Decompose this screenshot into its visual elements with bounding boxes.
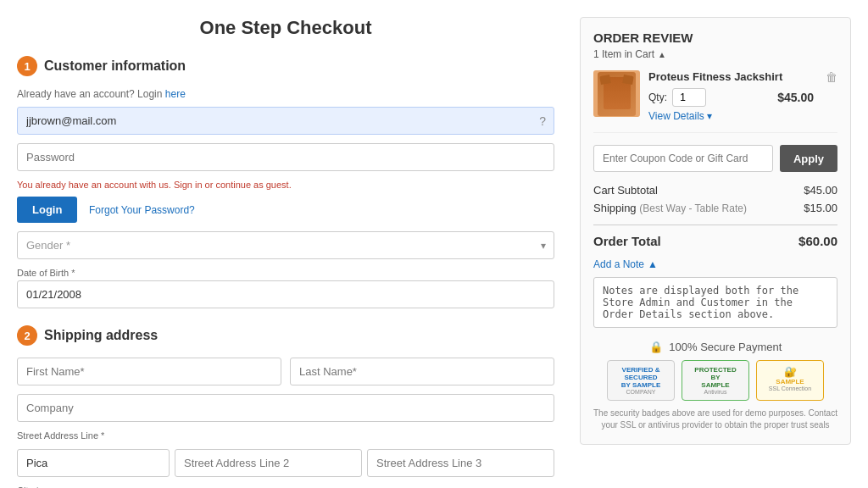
product-thumbnail [593,70,640,117]
badge-ssl: 🔐 SAMPLE SSL Connection [756,360,824,401]
street-address-line3-input[interactable] [367,449,554,477]
company-input[interactable] [17,394,554,422]
company-row [17,394,554,422]
shipping-row: Shipping (Best Way - Table Rate) $15.00 [593,202,837,214]
cart-subtotal-label: Cart Subtotal [593,184,658,197]
customer-section-title: Customer information [44,58,186,74]
order-total-row: Order Total $60.00 [593,225,837,248]
cart-count-chevron-icon: ▲ [658,50,666,59]
section-header-shipping: 2 Shipping address [17,325,554,346]
section-header-customer: 1 Customer information [17,56,554,76]
note-textarea[interactable]: Notes are displayed both for the Store A… [593,277,837,328]
order-review-sidebar: ORDER REVIEW 1 Item in Cart ▲ Proteus Fi… [580,17,851,488]
login-button[interactable]: Login [17,197,77,223]
last-name-input[interactable] [290,358,554,385]
forgot-password-link[interactable]: Forgot Your Password? [89,204,195,216]
order-total-value: $60.00 [798,234,837,248]
email-wrapper: ? [17,107,554,135]
step-1-circle: 1 [17,56,37,76]
account-message: You already have an account with us. Sig… [17,180,554,190]
badge-verified: VERIFIED & SECURED BY SAMPLE COMPANY [607,360,675,401]
badge-protected: PROTECTED BY SAMPLE Antivirus [682,360,749,401]
password-row [17,143,554,171]
login-hint: Already have an account? Login here [17,88,554,100]
address-line-row [17,449,554,477]
delete-item-icon[interactable]: 🗑 [826,70,837,84]
qty-row: Qty: $45.00 [648,88,814,107]
ssl-lock-icon: 🔐 [765,366,815,378]
gender-select[interactable]: Gender * Male Female [17,231,554,259]
shipping-label: Shipping (Best Way - Table Rate) [593,202,747,214]
page-title: One Step Checkout [17,17,554,39]
item-price: $45.00 [777,91,814,104]
first-name-input[interactable] [17,358,281,385]
qty-input[interactable] [672,88,706,107]
gender-row: Gender * Male Female ▾ [17,231,554,259]
name-row [17,358,554,385]
security-note: The security badges above are used for d… [593,408,837,431]
add-note-toggle[interactable]: Add a Note ▲ [593,258,837,270]
street-address-line2-input[interactable] [175,449,362,477]
shipping-method: (Best Way - Table Rate) [639,202,747,214]
help-icon[interactable]: ? [539,114,546,128]
street-address-line1-input[interactable] [17,449,170,477]
cart-subtotal-row: Cart Subtotal $45.00 [593,184,837,197]
cart-subtotal-value: $45.00 [804,184,837,197]
shipping-section-title: Shipping address [44,328,158,343]
security-badges: VERIFIED & SECURED BY SAMPLE COMPANY PRO… [593,360,837,401]
coupon-input[interactable] [593,145,773,172]
shipping-value: $15.00 [804,202,837,214]
email-input[interactable] [17,107,554,135]
password-input[interactable] [17,143,554,171]
dob-label: Date of Birth * [17,268,554,278]
step-2-circle: 2 [17,325,37,346]
shipping-section: 2 Shipping address Street Address Line * [17,325,554,488]
secure-payment-label: 🔒 100% Secure Payment [593,341,837,353]
street-address-label: Street Address Line * [17,430,554,441]
order-review-title: ORDER REVIEW [593,30,837,45]
cart-count[interactable]: 1 Item in Cart ▲ [593,48,837,60]
dob-input[interactable] [17,280,554,308]
view-details-chevron-icon: ▾ [707,110,712,122]
dob-row: Date of Birth * [17,268,554,308]
cart-item: Proteus Fitness Jackshirt Qty: $45.00 Vi… [593,70,837,133]
product-name: Proteus Fitness Jackshirt [648,70,814,83]
street-label-row: Street Address Line * [17,430,554,441]
login-row: Login Forgot Your Password? [17,197,554,223]
order-review-box: ORDER REVIEW 1 Item in Cart ▲ Proteus Fi… [580,17,851,445]
order-total-label: Order Total [593,234,661,248]
apply-coupon-button[interactable]: Apply [780,145,837,172]
qty-label: Qty: [648,92,667,103]
login-link[interactable]: here [165,88,186,100]
lock-icon: 🔒 [649,341,663,353]
customer-section: 1 Customer information Already have an a… [17,56,554,308]
add-note-chevron-icon: ▲ [648,258,658,270]
coupon-row: Apply [593,145,837,172]
cart-item-info: Proteus Fitness Jackshirt Qty: $45.00 Vi… [648,70,814,122]
subtotals: Cart Subtotal $45.00 Shipping (Best Way … [593,184,837,214]
view-details-link[interactable]: View Details ▾ [648,110,814,122]
